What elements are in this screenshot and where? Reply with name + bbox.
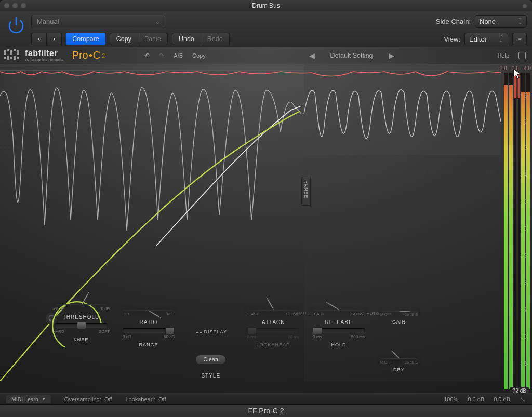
- lookahead-label: Lookahead: Off: [125, 396, 166, 402]
- release-label: AUTORELEASE: [325, 319, 352, 325]
- svg-rect-9: [10, 57, 12, 59]
- link-windows-button[interactable]: ⚭: [512, 33, 527, 45]
- product-name: ProC2: [72, 49, 105, 61]
- svg-rect-7: [4, 57, 6, 59]
- svg-rect-2: [4, 50, 6, 55]
- chevron-down-icon: ⌄: [155, 18, 161, 25]
- help-button[interactable]: Help: [497, 52, 509, 59]
- svg-rect-11: [17, 57, 19, 59]
- plugin-header: fabfilter software instruments ProC2 ↶ ↷…: [0, 47, 532, 64]
- plugin-statusbar: MIDI Learn▼ Oversampling: Off Lookahead:…: [0, 393, 532, 405]
- view-label: View:: [444, 35, 460, 43]
- lookahead-value[interactable]: Off: [158, 396, 166, 402]
- compare-button[interactable]: Compare: [66, 33, 105, 45]
- copy-paste-seg: Copy Paste: [110, 33, 168, 45]
- svg-rect-6: [17, 50, 19, 55]
- release-knob[interactable]: FASTSLOW AUTORELEASE 0 ms500 ms HOLD: [313, 310, 365, 347]
- oversampling-value[interactable]: Off: [104, 396, 112, 402]
- undo-button[interactable]: Undo: [172, 33, 201, 45]
- window-title: Drum Bus: [252, 2, 280, 9]
- updown-icon: ⌃⌄: [518, 18, 522, 24]
- undo-redo-seg: Undo Redo: [172, 33, 230, 45]
- preset-nav: ◀ Default Setting ▶: [215, 51, 488, 60]
- brand-name: fabfilter: [25, 49, 64, 58]
- updown-icon: ⌃⌄: [499, 36, 503, 42]
- meter-in-L: [504, 73, 508, 389]
- redo-button[interactable]: Redo: [201, 33, 229, 45]
- in-gain-value[interactable]: 0.0 dB: [468, 396, 484, 402]
- host-footer: FF Pro-C 2: [0, 404, 532, 417]
- attack-knob[interactable]: FASTSLOW ATTACK 0 ms20 ms LOOKAHEAD: [247, 310, 299, 347]
- ab-button[interactable]: A/B: [174, 52, 183, 59]
- meter-gr-L: [514, 73, 516, 389]
- traffic-lights[interactable]: [4, 3, 9, 8]
- sidechain-value: None: [480, 18, 496, 25]
- sidechain-label: Side Chain:: [436, 18, 471, 25]
- brand-glyph-icon: [4, 49, 20, 62]
- preset-name-button[interactable]: Default Setting: [330, 52, 373, 59]
- preset-mode-label: Manual: [37, 18, 59, 25]
- zoom-value[interactable]: 100%: [444, 396, 458, 402]
- brand-block: fabfilter software instruments ProC2: [0, 49, 105, 62]
- meter-out-R: [526, 73, 530, 389]
- out-gain-value[interactable]: 0.0 dB: [494, 396, 510, 402]
- meter-in-R: [509, 73, 513, 389]
- lookahead-slider[interactable]: [247, 328, 299, 333]
- plugin-redo-button[interactable]: ↷: [159, 52, 164, 59]
- prev-next-seg: ‹ ›: [31, 33, 62, 45]
- plugin-copy-button[interactable]: Copy: [192, 52, 206, 59]
- window-collapse-icon[interactable]: [523, 4, 527, 8]
- display-toggle-button[interactable]: DISPLAY: [195, 328, 227, 335]
- svg-rect-5: [14, 49, 16, 51]
- meter-out-L: [521, 73, 525, 389]
- view-select[interactable]: Editor ⌃⌄: [464, 33, 508, 45]
- bypass-power-button[interactable]: [3, 15, 29, 44]
- style-select[interactable]: Clean: [195, 355, 226, 365]
- preset-next-button[interactable]: ▶: [389, 51, 394, 60]
- sidechain-select[interactable]: None ⌃⌄: [475, 15, 527, 28]
- output-meters[interactable]: [504, 73, 530, 389]
- prev-button[interactable]: ‹: [32, 33, 46, 45]
- view-value: Editor: [469, 35, 487, 43]
- hold-slider[interactable]: [313, 328, 365, 333]
- preset-prev-button[interactable]: ◀: [309, 51, 315, 60]
- gain-knob[interactable]: M OFF+36 dB S AUTOGAIN: [380, 311, 418, 325]
- midi-learn-button[interactable]: MIDI Learn▼: [6, 395, 51, 403]
- svg-rect-10: [14, 56, 16, 60]
- svg-rect-3: [7, 49, 9, 51]
- controls-panel: 🎧 -60 dB0 dB THRESHOLD HARDSOFT KNEE 1:1…: [45, 280, 450, 395]
- next-button[interactable]: ›: [46, 33, 61, 45]
- svg-rect-8: [7, 56, 9, 60]
- oversampling-label: Oversampling: Off: [64, 396, 112, 402]
- footer-title: FF Pro-C 2: [248, 407, 284, 415]
- ratio-knob[interactable]: 1:1∞:1 RATIO 0 dB60 dB RANGE: [123, 310, 175, 347]
- paste-button[interactable]: Paste: [138, 33, 167, 45]
- knee-slider[interactable]: [55, 323, 107, 328]
- brand-sub: software instruments: [25, 58, 64, 61]
- host-toolbar: Manual ⌄ Side Chain: None ⌃⌄ ‹ › Compare…: [0, 11, 532, 47]
- host-titlebar: Drum Bus: [0, 0, 532, 11]
- knee-panel-toggle[interactable]: KNEE: [301, 177, 311, 206]
- meter-gr-R: [518, 73, 520, 389]
- waveform-left: [0, 88, 301, 231]
- fullscreen-icon[interactable]: [518, 52, 526, 59]
- threshold-knob[interactable]: -60 dB0 dB THRESHOLD HARDSOFT KNEE: [55, 304, 107, 342]
- svg-rect-4: [10, 50, 12, 55]
- preset-select[interactable]: Manual ⌄: [31, 15, 166, 28]
- plugin-undo-button[interactable]: ↶: [144, 52, 150, 59]
- range-slider[interactable]: [123, 328, 175, 333]
- resize-handle-icon[interactable]: ⤡: [520, 395, 526, 403]
- dry-knob[interactable]: M OFF+36 dB S DRY: [380, 358, 418, 372]
- copy-button[interactable]: Copy: [110, 33, 138, 45]
- plugin-surface: fabfilter software instruments ProC2 ↶ ↷…: [0, 47, 532, 405]
